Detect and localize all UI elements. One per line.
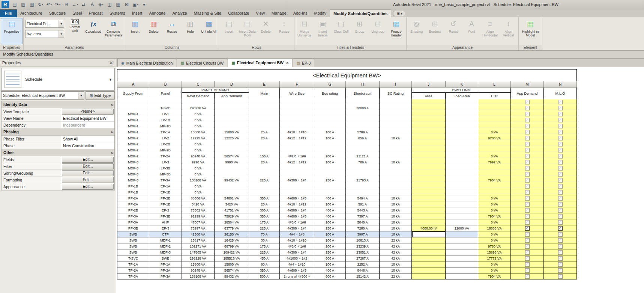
revit-logo[interactable]: R [2,1,9,8]
resize-column-button[interactable]: ↔Resize [163,18,181,44]
column-header-sc-rating[interactable]: SC Rating [380,88,412,99]
schedule-cell[interactable] [215,147,249,153]
schedule-cell[interactable]: 0 VA [182,141,215,147]
schedule-cell[interactable]: ✓ [511,195,544,201]
mlo-checkbox[interactable]: ✓ [558,208,563,213]
group-header-panel-demand[interactable]: PANEL DEMAND [182,88,249,93]
schedule-cell[interactable]: 4#12 + 1#12 [280,135,314,141]
schedule-cell[interactable]: 63779 VA [215,225,249,231]
borders-button[interactable]: ⊞Borders [426,18,444,44]
ribbon-tab-view[interactable]: View [252,9,268,17]
schedule-cell[interactable]: ✓ [511,213,544,219]
app-demand-checkbox[interactable]: ✓ [525,214,530,219]
schedule-cell[interactable] [446,165,478,171]
app-demand-checkbox[interactable]: ✓ [525,178,530,183]
schedule-cell[interactable]: 0 VA [182,171,215,177]
schedule-cell[interactable] [412,249,446,255]
schedule-cell[interactable]: 20 A [249,201,280,207]
mlo-checkbox[interactable]: ✓ [558,160,563,165]
schedule-cell[interactable]: 3907 A [346,231,380,237]
schedule-cell[interactable]: 7904 VA [478,213,511,219]
app-demand-checkbox[interactable]: ✓ [525,202,530,207]
schedule-cell[interactable] [446,249,478,255]
schedule-cell[interactable]: 12225 VA [182,135,215,141]
schedule-cell[interactable] [249,141,280,147]
schedule-cell[interactable]: 4#500 + 1#4 [280,207,314,213]
schedule-row[interactable]: MDP-2MP-2B0 VA✓✓ [117,147,577,153]
schedule-cell[interactable] [314,171,346,177]
schedule-cell[interactable] [215,123,249,129]
schedule-row[interactable]: MDP-3MP-3B0 VA✓✓ [117,171,577,177]
app-demand-checkbox[interactable]: ✓ [525,166,530,171]
schedule-cell[interactable] [412,207,446,213]
schedule-cell[interactable] [478,189,511,195]
column-letter-C[interactable]: C [182,81,215,88]
column-header-l-r[interactable]: L+R [478,93,511,99]
schedule-cell[interactable]: 4#600 + 1#3 [280,267,314,273]
schedule-cell[interactable]: ✓ [511,153,544,159]
schedule-cell[interactable]: MDP-1 [149,237,182,243]
schedule-cell[interactable]: 22 kA [380,273,412,279]
schedule-cell[interactable]: PP-1B [149,201,182,207]
schedule-cell[interactable] [380,99,412,105]
app-demand-checkbox[interactable]: ✓ [525,226,530,231]
schedule-cell[interactable]: ✓ [544,123,577,129]
schedule-cell[interactable]: ✓ [544,105,577,111]
insert-row-button[interactable]: ▤Insert [220,18,238,44]
schedule-cell[interactable]: MDP-2 [117,153,149,159]
ribbon-tab-precast[interactable]: Precast [85,9,106,17]
schedule-cell[interactable]: 0 VA [478,267,511,273]
schedule-cell[interactable] [249,189,280,195]
app-demand-checkbox[interactable]: ✓ [525,172,530,177]
schedule-cell[interactable] [478,171,511,177]
schedule-row[interactable]: PP-2APP-1B3420 VA3420 VA20 A4#10 + 1#121… [117,201,577,207]
schedule-cell[interactable]: 15800 VA [182,261,215,267]
schedule-cell[interactable] [446,261,478,267]
schedule-cell[interactable]: 175 A [249,219,280,225]
schedule-cell[interactable]: 4#300 + 1#4 [280,249,314,255]
schedule-cell[interactable] [412,183,446,189]
schedule-row[interactable]: PP-1BEP-1B0 VA✓✓ [117,189,577,195]
schedule-cell[interactable] [215,165,249,171]
new-icon[interactable]: ▤ [11,1,19,8]
ribbon-display-toggle[interactable]: ▣ ▾ [394,11,405,16]
close-tab-icon[interactable]: × [286,60,288,65]
schedule-cell[interactable] [346,99,380,105]
schedule-cell[interactable]: ✓ [511,159,544,165]
properties-button[interactable]: ▤Properties [1,18,23,44]
schedule-cell[interactable] [380,105,412,111]
schedule-cell[interactable]: 42 kA [380,243,412,249]
schedule-cell[interactable] [380,129,412,135]
schedule-cell[interactable]: 21121 A [346,153,380,159]
schedule-cell[interactable] [314,189,346,195]
schedule-cell[interactable]: 9990 VA [215,159,249,165]
schedule-cell[interactable]: ✓ [511,273,544,279]
schedule-cell[interactable]: 4#4 + 1#10 [280,261,314,267]
schedule-cell[interactable]: LP-1 [149,111,182,117]
mlo-checkbox[interactable]: ✓ [558,142,563,146]
schedule-cell[interactable]: 7280 A [346,225,380,231]
schedule-cell[interactable]: 5443 A [346,207,380,213]
calculated-parameter-button[interactable]: ƒxCalculated [84,18,102,44]
schedule-cell[interactable]: 4#12 + 1#12 [280,159,314,165]
schedule-cell[interactable]: ✓ [544,255,577,261]
view-template-value-button[interactable]: <None> [62,109,114,115]
column-letter-L[interactable]: L [478,81,511,88]
schedule-cell[interactable]: ✓ [544,153,577,159]
property-value-fields[interactable]: Edit... [61,156,114,163]
schedule-cell[interactable] [149,99,182,105]
mlo-checkbox[interactable]: ✓ [558,262,563,267]
view-tab-main-electrical-distribution[interactable]: ◉Main Electrical Distribution [117,59,176,67]
schedule-cell[interactable]: CTP [149,231,182,237]
schedule-cell[interactable] [446,207,478,213]
schedule-cell[interactable] [446,183,478,189]
schedule-cell[interactable]: LP-2 [149,135,182,141]
mlo-checkbox[interactable]: ✓ [558,256,563,261]
close-icon[interactable]: ✕ [108,60,114,65]
schedule-cell[interactable] [280,171,314,177]
insert-data-row-button[interactable]: ▤Insert Data Row [238,18,257,44]
schedule-cell[interactable]: 21793 A [346,177,380,183]
schedule-cell[interactable] [380,183,412,189]
schedule-cell[interactable]: 10 kA [380,231,412,237]
schedule-cell[interactable]: ✓ [544,195,577,201]
